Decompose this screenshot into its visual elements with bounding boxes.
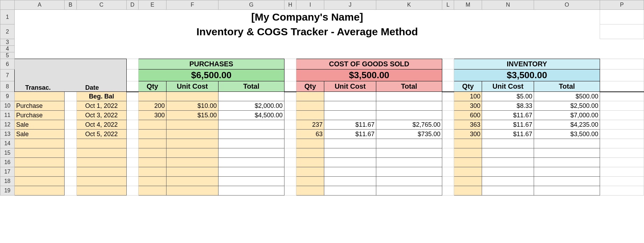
cell[interactable] <box>600 111 644 120</box>
p-tot-cell[interactable]: $2,000.00 <box>218 101 284 111</box>
transac-cell[interactable]: Purchase <box>15 111 65 120</box>
row-14[interactable]: 14 <box>0 139 15 148</box>
cell[interactable] <box>126 92 138 101</box>
row-8[interactable]: 8 <box>0 81 15 92</box>
p-tot-cell[interactable] <box>218 139 284 148</box>
corner-cell[interactable] <box>0 0 15 10</box>
cell[interactable] <box>284 130 296 139</box>
cell[interactable] <box>284 59 296 69</box>
i-qty-cell[interactable]: 600 <box>454 111 482 120</box>
cell[interactable] <box>442 101 454 111</box>
col-O[interactable]: O <box>534 0 600 10</box>
p-uc-cell[interactable] <box>166 92 219 101</box>
transac-cell[interactable] <box>15 139 65 148</box>
row-16[interactable]: 16 <box>0 158 15 167</box>
i-tot-cell[interactable] <box>534 158 600 167</box>
c-tot-cell[interactable] <box>376 139 442 148</box>
col-M[interactable]: M <box>454 0 482 10</box>
p-tot-cell[interactable] <box>218 92 284 101</box>
date-cell[interactable] <box>76 158 126 167</box>
cell[interactable] <box>600 130 644 139</box>
p-qty-cell[interactable] <box>139 177 166 186</box>
transac-cell[interactable] <box>15 148 65 158</box>
inventory-sum[interactable]: $3,500.00 <box>454 69 600 81</box>
col-P[interactable]: P <box>600 0 644 10</box>
i-tot-header[interactable]: Total <box>534 81 600 92</box>
i-qty-cell[interactable] <box>454 177 482 186</box>
cell[interactable] <box>15 46 644 52</box>
p-tot-cell[interactable] <box>218 148 284 158</box>
c-uc-cell[interactable] <box>324 177 376 186</box>
cell[interactable] <box>284 81 296 92</box>
col-I[interactable]: I <box>296 0 324 10</box>
c-uc-cell[interactable] <box>324 158 376 167</box>
col-F[interactable]: F <box>166 0 219 10</box>
c-uc-cell[interactable]: $11.67 <box>324 130 376 139</box>
cell[interactable] <box>65 130 76 139</box>
cell[interactable] <box>600 69 644 81</box>
cell[interactable] <box>126 177 138 186</box>
cell[interactable] <box>65 158 76 167</box>
purchases-header[interactable]: PURCHASES <box>139 59 284 69</box>
i-qty-cell[interactable]: 100 <box>454 92 482 101</box>
col-A[interactable]: A <box>15 0 65 10</box>
c-qty-cell[interactable] <box>296 92 324 101</box>
cell[interactable] <box>442 139 454 148</box>
c-uc-cell[interactable] <box>324 167 376 177</box>
row-15[interactable]: 15 <box>0 148 15 158</box>
p-uc-cell[interactable] <box>166 130 219 139</box>
date-cell[interactable]: Oct 5, 2022 <box>76 130 126 139</box>
i-qty-cell[interactable] <box>454 167 482 177</box>
cell[interactable] <box>15 39 644 46</box>
p-qty-cell[interactable]: 200 <box>139 101 166 111</box>
cell[interactable] <box>600 10 644 24</box>
p-uc-cell[interactable]: $10.00 <box>166 101 219 111</box>
c-qty-cell[interactable] <box>296 139 324 148</box>
transac-cell[interactable] <box>15 158 65 167</box>
col-G[interactable]: G <box>218 0 284 10</box>
p-qty-cell[interactable] <box>139 158 166 167</box>
cell[interactable] <box>284 69 296 81</box>
cell[interactable] <box>284 139 296 148</box>
i-tot-cell[interactable]: $4,235.00 <box>534 120 600 130</box>
cell[interactable] <box>65 111 76 120</box>
date-cell[interactable] <box>76 148 126 158</box>
row-17[interactable]: 17 <box>0 167 15 177</box>
row-11[interactable]: 11 <box>0 111 15 120</box>
i-uc-cell[interactable] <box>482 148 534 158</box>
cell[interactable] <box>126 130 138 139</box>
cell[interactable] <box>600 92 644 101</box>
i-qty-cell[interactable] <box>454 148 482 158</box>
row-10[interactable]: 10 <box>0 101 15 111</box>
i-uc-cell[interactable] <box>482 139 534 148</box>
c-qty-cell[interactable] <box>296 186 324 196</box>
date-cell[interactable]: Beg. Bal <box>76 92 126 101</box>
c-tot-cell[interactable] <box>376 148 442 158</box>
c-qty-cell[interactable]: 63 <box>296 130 324 139</box>
cell[interactable] <box>65 177 76 186</box>
i-uc-cell[interactable]: $11.67 <box>482 130 534 139</box>
col-E[interactable]: E <box>139 0 166 10</box>
cell[interactable] <box>126 81 138 92</box>
cell[interactable] <box>600 24 644 39</box>
cell[interactable] <box>126 158 138 167</box>
cell[interactable] <box>65 148 76 158</box>
p-qty-cell[interactable] <box>139 167 166 177</box>
p-uc-header[interactable]: Unit Cost <box>166 81 219 92</box>
p-tot-cell[interactable]: $4,500.00 <box>218 111 284 120</box>
c-uc-cell[interactable] <box>324 139 376 148</box>
row-4[interactable]: 4 <box>0 46 15 52</box>
col-N[interactable]: N <box>482 0 534 10</box>
date-cell[interactable] <box>76 139 126 148</box>
i-qty-cell[interactable]: 300 <box>454 101 482 111</box>
c-tot-cell[interactable] <box>376 186 442 196</box>
p-tot-cell[interactable] <box>218 120 284 130</box>
c-uc-cell[interactable]: $11.67 <box>324 120 376 130</box>
col-L[interactable]: L <box>442 0 454 10</box>
i-qty-header[interactable]: Qty <box>454 81 482 92</box>
date-cell[interactable]: Oct 1, 2022 <box>76 101 126 111</box>
p-tot-cell[interactable] <box>218 177 284 186</box>
transac-cell[interactable] <box>15 92 65 101</box>
cell[interactable] <box>126 59 138 69</box>
i-tot-cell[interactable] <box>534 148 600 158</box>
